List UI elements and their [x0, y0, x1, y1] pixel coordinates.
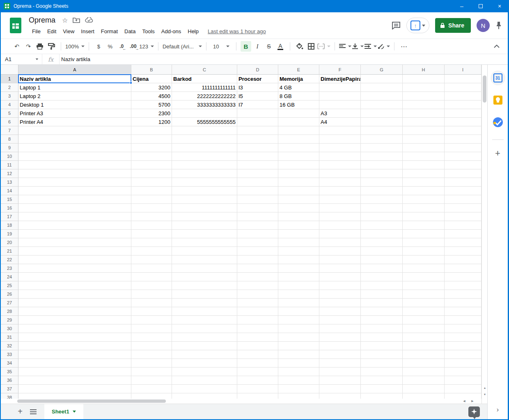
row-header-18[interactable]: 18: [1, 221, 18, 230]
cell-E26[interactable]: [278, 290, 319, 299]
cell-F6[interactable]: A4: [319, 118, 361, 126]
cell-C11[interactable]: [172, 161, 237, 169]
cell-D16[interactable]: [237, 204, 278, 212]
cell-A12[interactable]: [18, 169, 131, 178]
undo-button[interactable]: ↶: [11, 41, 22, 52]
cell-I20[interactable]: [445, 238, 481, 247]
cell-B15[interactable]: [131, 195, 172, 204]
cell-F33[interactable]: [319, 350, 361, 359]
cell-H25[interactable]: [403, 281, 445, 290]
cell-A26[interactable]: [18, 290, 131, 299]
star-icon[interactable]: ☆: [62, 16, 68, 24]
cell-F37[interactable]: [319, 385, 361, 393]
cell-H31[interactable]: [403, 333, 445, 342]
cell-D35[interactable]: [237, 368, 278, 376]
col-header-A[interactable]: A: [18, 65, 131, 75]
cell-G6[interactable]: [361, 118, 403, 126]
scroll-down-icon[interactable]: ▼: [482, 391, 488, 397]
cell-A16[interactable]: [18, 204, 131, 212]
cell-C19[interactable]: [172, 230, 237, 238]
increase-decimal-button[interactable]: .00→: [128, 41, 138, 52]
last-edit-link[interactable]: Last edit was 1 hour ago: [208, 28, 266, 34]
cell-G3[interactable]: [361, 92, 403, 100]
cell-H7[interactable]: [403, 126, 445, 135]
cell-I17[interactable]: [445, 212, 481, 221]
cell-A4[interactable]: Desktop 1: [18, 100, 131, 109]
cell-D27[interactable]: [237, 299, 278, 307]
cell-G18[interactable]: [361, 221, 403, 230]
cell-H10[interactable]: [403, 152, 445, 161]
cell-G21[interactable]: [361, 247, 403, 256]
cell-H18[interactable]: [403, 221, 445, 230]
menu-edit[interactable]: Edit: [44, 27, 60, 36]
cell-A1[interactable]: Naziv artikla: [18, 75, 131, 83]
sheets-home-logo[interactable]: [10, 18, 21, 33]
col-header-B[interactable]: B: [131, 65, 172, 75]
row-header-17[interactable]: 17: [1, 212, 18, 221]
cell-E13[interactable]: [278, 178, 319, 187]
cell-D36[interactable]: [237, 376, 278, 385]
cell-B23[interactable]: [131, 264, 172, 273]
more-toolbar-button[interactable]: ⋯: [399, 41, 409, 52]
cell-I37[interactable]: [445, 385, 481, 393]
present-button[interactable]: ↑: [406, 18, 429, 33]
cell-F13[interactable]: [319, 178, 361, 187]
cell-B28[interactable]: [131, 307, 172, 316]
cell-A35[interactable]: [18, 368, 131, 376]
cell-F20[interactable]: [319, 238, 361, 247]
cell-E23[interactable]: [278, 264, 319, 273]
cell-B3[interactable]: 4500: [131, 92, 172, 100]
cell-D1[interactable]: Procesor: [237, 75, 278, 83]
horizontal-scrollbar-thumb[interactable]: [17, 399, 166, 403]
row-header-19[interactable]: 19: [1, 230, 18, 238]
sheet-tab-sheet1[interactable]: Sheet1: [44, 404, 83, 420]
cell-E11[interactable]: [278, 161, 319, 169]
row-header-15[interactable]: 15: [1, 195, 18, 204]
cell-G17[interactable]: [361, 212, 403, 221]
cell-F28[interactable]: [319, 307, 361, 316]
cell-I30[interactable]: [445, 324, 481, 333]
row-header-30[interactable]: 30: [1, 324, 18, 333]
cell-B27[interactable]: [131, 299, 172, 307]
cell-C13[interactable]: [172, 178, 237, 187]
cell-F4[interactable]: [319, 100, 361, 109]
cell-C35[interactable]: [172, 368, 237, 376]
row-header-37[interactable]: 37: [1, 385, 18, 393]
menu-add-ons[interactable]: Add-ons: [158, 27, 184, 36]
cell-A31[interactable]: [18, 333, 131, 342]
cell-H16[interactable]: [403, 204, 445, 212]
cell-D4[interactable]: I7: [237, 100, 278, 109]
row-header-27[interactable]: 27: [1, 299, 18, 307]
cell-A2[interactable]: Laptop 1: [18, 83, 131, 92]
spreadsheet-grid[interactable]: ABCDEFGHI1Naziv artiklaCijenaBarkodProce…: [1, 65, 481, 399]
cell-B9[interactable]: [131, 144, 172, 152]
cell-G22[interactable]: [361, 256, 403, 264]
cell-B26[interactable]: [131, 290, 172, 299]
cell-E5[interactable]: [278, 109, 319, 118]
cell-B37[interactable]: [131, 385, 172, 393]
cell-G1[interactable]: [361, 75, 403, 83]
cell-I5[interactable]: [445, 109, 481, 118]
cell-I7[interactable]: [445, 126, 481, 135]
cell-A32[interactable]: [18, 342, 131, 350]
paint-format-button[interactable]: [46, 41, 57, 52]
cell-H14[interactable]: [403, 187, 445, 195]
cell-E35[interactable]: [278, 368, 319, 376]
cell-E20[interactable]: [278, 238, 319, 247]
cell-F21[interactable]: [319, 247, 361, 256]
cell-F38[interactable]: [319, 393, 361, 399]
scroll-right-icon[interactable]: ▶: [469, 399, 476, 404]
cell-A6[interactable]: Printer A4: [18, 118, 131, 126]
cell-E24[interactable]: [278, 273, 319, 281]
cell-F24[interactable]: [319, 273, 361, 281]
cell-A24[interactable]: [18, 273, 131, 281]
cell-H19[interactable]: [403, 230, 445, 238]
redo-button[interactable]: ↷: [23, 41, 34, 52]
cell-F32[interactable]: [319, 342, 361, 350]
cell-B6[interactable]: 1200: [131, 118, 172, 126]
borders-button[interactable]: [306, 41, 316, 52]
cell-G34[interactable]: [361, 359, 403, 368]
pin-icon[interactable]: [495, 21, 502, 30]
cell-I33[interactable]: [445, 350, 481, 359]
row-header-22[interactable]: 22: [1, 256, 18, 264]
